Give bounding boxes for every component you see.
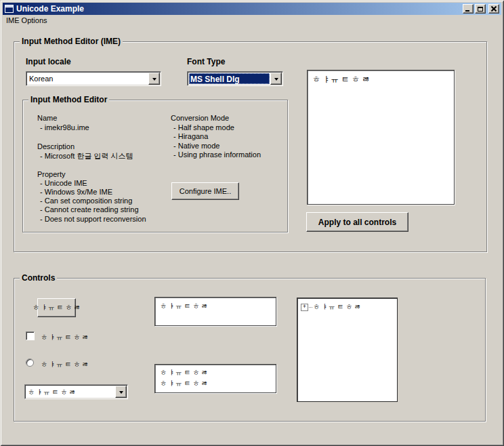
sample-radio[interactable]	[26, 359, 34, 367]
sample-button[interactable]: ㅎ ㅑㅠ ㅌ ㅎ ㅀ	[37, 298, 76, 317]
ime-preview-text: ㅎ ㅑㅠ ㅌ ㅎ ㅀ	[308, 70, 454, 85]
name-label: Name	[37, 114, 57, 122]
sample-checkbox-label: ㅎ ㅑㅠ ㅌ ㅎ ㅀ	[41, 333, 89, 342]
font-type-dropdown-button[interactable]	[270, 73, 282, 85]
property-item: - Does not support reconversion	[40, 215, 146, 223]
sample-edit-line: ㅎ ㅑㅠ ㅌ ㅎ ㅀ	[155, 365, 276, 378]
sample-edit-line: ㅎ ㅑㅠ ㅌ ㅎ ㅀ	[155, 378, 276, 388]
editor-info-title: Input Method Editor	[28, 95, 109, 104]
conversion-mode-item: - Using phrase information	[173, 150, 261, 159]
sample-editbox-single[interactable]: ㅎ ㅑㅠ ㅌ ㅎ ㅀ	[154, 297, 276, 326]
description-label: Description	[37, 142, 75, 150]
chevron-down-icon	[119, 391, 123, 396]
chevron-down-icon	[274, 78, 278, 83]
name-value: - imekr98u.ime	[40, 123, 89, 131]
tree-leader-dots	[309, 307, 312, 308]
controls-groupbox-title: Controls	[20, 273, 57, 283]
menu-ime-options[interactable]: IME Options	[3, 15, 51, 25]
sample-combobox-dropdown-button[interactable]	[115, 386, 127, 398]
conversion-mode-label: Conversion Mode	[171, 114, 229, 122]
minimize-button[interactable]	[463, 4, 474, 14]
sample-combobox[interactable]: ㅎ ㅑㅠ ㅌ ㅎ ㅀ	[24, 384, 128, 399]
sample-editbox-multi[interactable]: ㅎ ㅑㅠ ㅌ ㅎ ㅀ ㅎ ㅑㅠ ㅌ ㅎ ㅀ	[154, 364, 276, 393]
chevron-down-icon	[152, 78, 156, 83]
ime-preview-editbox[interactable]: ㅎ ㅑㅠ ㅌ ㅎ ㅀ	[307, 70, 455, 205]
sample-edit-text: ㅎ ㅑㅠ ㅌ ㅎ ㅀ	[155, 298, 276, 311]
input-locale-dropdown-button[interactable]	[148, 73, 160, 85]
property-item: - Unicode IME	[40, 179, 87, 187]
apply-to-all-controls-button[interactable]: Apply to all controls	[306, 212, 408, 232]
maximize-icon	[478, 7, 483, 12]
ime-groupbox-title: Input Method Editor (IME)	[20, 37, 123, 46]
sample-radio-label: ㅎ ㅑㅠ ㅌ ㅎ ㅀ	[41, 360, 89, 369]
property-item: - Can set composition string	[40, 197, 132, 205]
sample-treeview[interactable]: + ㅎ ㅑㅠ ㅌ ㅎ ㅀ	[297, 298, 398, 402]
close-icon	[491, 6, 497, 12]
menubar: IME Options	[3, 15, 501, 26]
property-label: Property	[37, 170, 66, 178]
conversion-mode-item: - Hiragana	[173, 132, 208, 140]
conversion-mode-item: - Half shape mode	[173, 123, 234, 131]
input-locale-value: Korean	[29, 75, 146, 83]
property-item: - Windows 9x/Me IME	[40, 188, 112, 196]
maximize-button[interactable]	[475, 4, 486, 14]
app-window-icon	[5, 5, 14, 13]
description-value: - Microsoft 한글 입력 시스템	[40, 151, 133, 161]
tree-expand-icon[interactable]: +	[301, 304, 308, 311]
tree-item[interactable]: + ㅎ ㅑㅠ ㅌ ㅎ ㅀ	[301, 302, 361, 312]
tree-item-label: ㅎ ㅑㅠ ㅌ ㅎ ㅀ	[313, 302, 361, 312]
font-type-value: MS Shell Dlg	[189, 73, 270, 84]
minimize-icon	[465, 10, 469, 12]
conversion-mode-item: - Native mode	[173, 142, 219, 150]
apply-button-label: Apply to all controls	[318, 218, 396, 227]
input-locale-label: Input locale	[26, 57, 71, 66]
font-type-label: Font Type	[187, 57, 225, 66]
sample-button-label: ㅎ ㅑㅠ ㅌ ㅎ ㅀ	[33, 303, 81, 312]
configure-ime-button-label: Configure IME..	[180, 187, 231, 195]
titlebar: Unicode Example	[3, 3, 501, 15]
configure-ime-button[interactable]: Configure IME..	[171, 182, 239, 200]
sample-combobox-value: ㅎ ㅑㅠ ㅌ ㅎ ㅀ	[28, 388, 112, 397]
window-title: Unicode Example	[16, 4, 461, 14]
close-button[interactable]	[488, 4, 499, 14]
property-item: - Cannot create reading string	[40, 205, 139, 214]
input-locale-combobox[interactable]: Korean	[26, 71, 161, 86]
font-type-combobox[interactable]: MS Shell Dlg	[187, 71, 283, 86]
unicode-example-window: Unicode Example IME Options Input Method…	[0, 0, 504, 446]
sample-checkbox[interactable]	[26, 331, 35, 340]
